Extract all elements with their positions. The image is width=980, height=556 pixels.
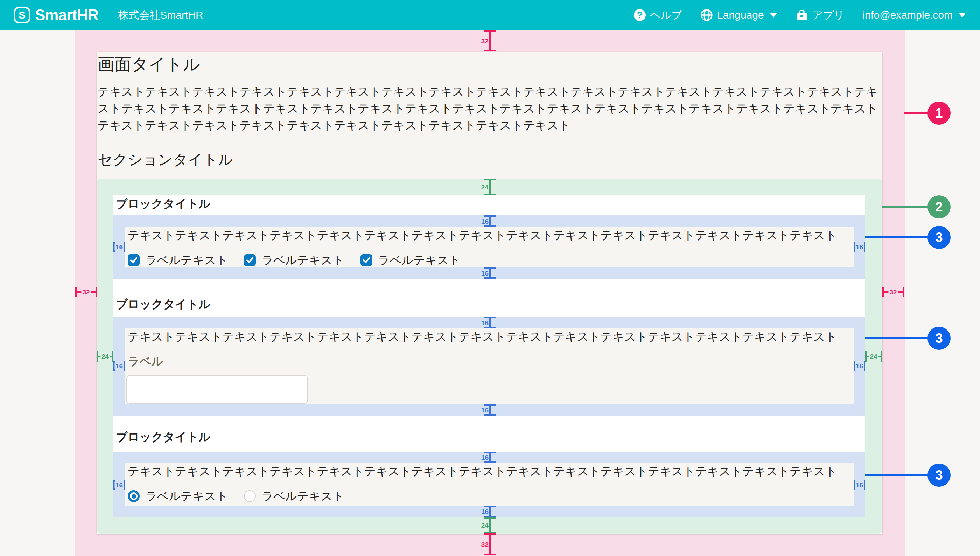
text-input[interactable] xyxy=(126,375,308,404)
h-marker-16-left-block3: 16 xyxy=(113,480,125,490)
account-menu[interactable]: info@example.com xyxy=(863,9,966,21)
globe-icon xyxy=(700,9,713,21)
block3-radio-row: ラベルテキスト ラベルテキスト xyxy=(128,489,344,503)
h-marker-24-left: 24 xyxy=(97,351,113,362)
chevron-down-icon xyxy=(770,13,777,18)
checkbox-label: ラベルテキスト xyxy=(261,252,344,268)
app-header: S SmartHR 株式会社SmartHR ? ヘルプ Language xyxy=(0,0,980,30)
radio-off-icon xyxy=(244,490,256,502)
h-marker-32-left: 32 xyxy=(75,287,97,297)
callout-3a-badge: 3 xyxy=(927,226,951,249)
radio-label: ラベルテキスト xyxy=(145,488,228,504)
lead-paragraph: テキストテキストテキストテキストテキストテキストテキストテキストテキストテキスト… xyxy=(98,83,882,134)
language-menu[interactable]: Language xyxy=(700,9,777,21)
radio-label: ラベルテキスト xyxy=(261,488,344,504)
checkbox-3[interactable]: ラベルテキスト xyxy=(361,252,461,268)
v-marker-32-bottom: 32 xyxy=(484,533,496,555)
block1-title: ブロックタイトル xyxy=(116,197,210,211)
block2-title: ブロックタイトル xyxy=(116,297,210,311)
section-title: セクションタイトル xyxy=(98,150,233,169)
block3-title: ブロックタイトル xyxy=(116,430,210,444)
callout-3c-badge: 3 xyxy=(927,464,951,486)
chevron-down-icon xyxy=(958,13,966,18)
callout-1-badge: 1 xyxy=(927,102,951,124)
h-marker-32-right: 32 xyxy=(882,287,904,297)
h-marker-24-right: 24 xyxy=(865,351,882,362)
radio-selected[interactable]: ラベルテキスト xyxy=(128,488,228,504)
apps-label: アプリ xyxy=(812,8,845,23)
checkbox-label: ラベルテキスト xyxy=(378,252,461,268)
radio-on-icon xyxy=(128,490,140,502)
v-marker-24-section-bottom: 24 xyxy=(484,517,496,533)
v-marker-32-top: 32 xyxy=(484,31,496,52)
radio-unselected[interactable]: ラベルテキスト xyxy=(244,488,344,504)
h-marker-16-right-block3: 16 xyxy=(854,480,865,490)
v-marker-16-block3-bottom: 16 xyxy=(484,506,496,517)
checkbox-2[interactable]: ラベルテキスト xyxy=(244,252,344,268)
checkbox-checked-icon xyxy=(244,254,256,266)
help-label: ヘルプ xyxy=(650,8,682,23)
v-marker-16-block2-bottom: 16 xyxy=(484,404,496,415)
smarthr-spacing-demo-page: S SmartHR 株式会社SmartHR ? ヘルプ Language xyxy=(0,0,980,556)
language-label: Language xyxy=(717,9,764,21)
smarthr-logo-text: SmartHR xyxy=(35,6,98,24)
v-marker-16-block3-top: 16 xyxy=(484,452,496,463)
v-marker-16-block2-top: 16 xyxy=(484,317,496,328)
h-marker-16-left-block1: 16 xyxy=(113,242,125,252)
checkbox-checked-icon xyxy=(128,254,140,266)
callout-2-badge: 2 xyxy=(927,196,951,218)
help-link[interactable]: ? ヘルプ xyxy=(634,8,682,23)
help-icon: ? xyxy=(634,9,646,21)
checkbox-label: ラベルテキスト xyxy=(145,252,228,268)
checkbox-1[interactable]: ラベルテキスト xyxy=(128,252,228,268)
company-name: 株式会社SmartHR xyxy=(118,8,203,23)
checkbox-checked-icon xyxy=(361,254,372,266)
apps-menu[interactable]: アプリ xyxy=(796,8,845,23)
v-marker-16-block1-bottom: 16 xyxy=(484,267,496,279)
h-marker-16-right-block1: 16 xyxy=(854,242,865,252)
apps-icon xyxy=(796,9,808,21)
account-email: info@example.com xyxy=(863,9,953,21)
h-marker-16-left-block2: 16 xyxy=(113,360,125,371)
page-title: 画面タイトル xyxy=(98,55,200,74)
v-marker-24-section-top: 24 xyxy=(484,179,496,196)
v-marker-16-block1-top: 16 xyxy=(484,215,496,227)
block2-text: テキストテキストテキストテキストテキストテキストテキストテキストテキストテキスト… xyxy=(128,330,837,344)
header-nav: ? ヘルプ Language xyxy=(634,8,966,23)
callout-3b-badge: 3 xyxy=(927,326,951,350)
block3-text: テキストテキストテキストテキストテキストテキストテキストテキストテキストテキスト… xyxy=(128,464,837,478)
block1-text: テキストテキストテキストテキストテキストテキストテキストテキストテキストテキスト… xyxy=(128,228,837,242)
h-marker-16-right-block2: 16 xyxy=(854,360,865,371)
smarthr-logo-icon: S xyxy=(14,7,30,23)
input-field-label: ラベル xyxy=(128,354,163,369)
block1-checkbox-row: ラベルテキスト ラベルテキスト ラベルテキスト xyxy=(128,253,461,267)
